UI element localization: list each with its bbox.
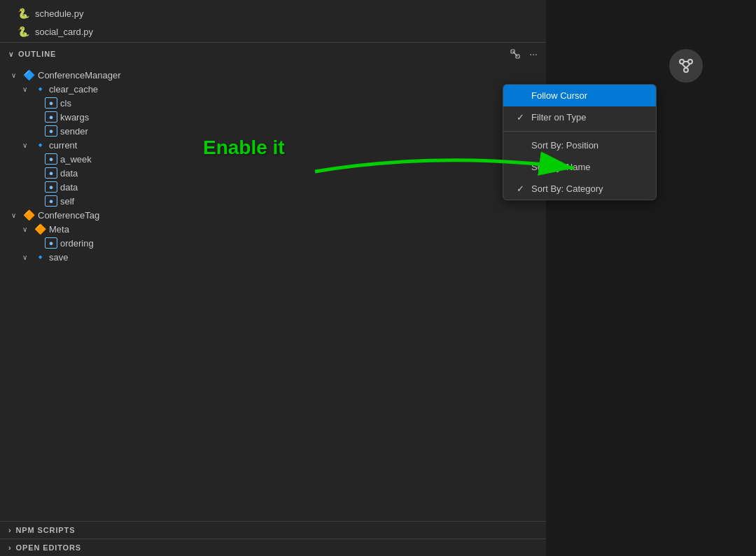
npm-scripts-label: NPM SCRIPTS — [16, 526, 76, 534]
tree-item-conference-manager[interactable]: ∨ 🔷 ConferenceManager — [0, 68, 546, 82]
outline-actions: ··· — [507, 47, 540, 61]
field-icon: ● — [45, 167, 57, 179]
menu-item-filter-on-type[interactable]: ✓ Filter on Type — [503, 106, 656, 128]
menu-item-follow-cursor[interactable]: Follow Cursor — [503, 85, 656, 106]
tree-item-current[interactable]: ∨ 🔹 current — [0, 138, 546, 152]
menu-label-filter-on-type: Filter on Type — [531, 112, 587, 123]
open-editors-label: OPEN EDITORS — [16, 543, 81, 552]
file-tabs: 🐍 schedule.py 🐍 social_card.py — [0, 0, 546, 42]
tree-label: clear_cache — [49, 84, 98, 95]
svg-line-9 — [686, 64, 690, 68]
class-icon: 🔶 — [34, 223, 46, 235]
tree-item-kwargs[interactable]: ● kwargs — [0, 110, 546, 124]
chevron-icon: ∨ — [22, 85, 31, 93]
chevron-icon: ∨ — [22, 225, 31, 233]
file-name-social-card: social_card.py — [35, 27, 93, 37]
field-icon: ● — [45, 125, 57, 137]
svg-point-6 — [684, 68, 688, 72]
more-actions-button[interactable]: ··· — [526, 47, 540, 61]
field-icon: ● — [45, 97, 57, 109]
tree-item-data-2[interactable]: ● data — [0, 180, 546, 194]
menu-item-sort-category[interactable]: ✓ Sort By: Category — [503, 178, 656, 200]
file-item-social-card[interactable]: 🐍 social_card.py — [11, 24, 546, 39]
tree-container[interactable]: ∨ 🔷 ConferenceManager ∨ 🔹 clear_cache ● … — [0, 65, 546, 521]
tree-label: Meta — [49, 224, 69, 235]
file-item-schedule[interactable]: 🐍 schedule.py — [11, 6, 546, 21]
menu-separator — [503, 131, 656, 132]
tree-label: current — [49, 140, 77, 151]
tree-item-sender[interactable]: ● sender — [0, 124, 546, 138]
field-icon: ● — [45, 237, 57, 249]
method-icon: 🔹 — [34, 251, 46, 263]
tree-label: save — [49, 252, 68, 263]
outline-title-group[interactable]: ∨ OUTLINE — [8, 50, 56, 58]
method-icon: 🔹 — [34, 83, 46, 95]
file-name-schedule: schedule.py — [35, 8, 83, 19]
menu-label-sort-name: Sort By: Name — [531, 162, 591, 172]
outline-header: ∨ OUTLINE ··· — [0, 42, 546, 65]
chevron-icon: ∨ — [22, 141, 31, 149]
svg-line-2 — [513, 52, 518, 57]
tree-label: ConferenceManager — [38, 70, 121, 81]
open-editors-section[interactable]: › OPEN EDITORS — [0, 538, 546, 556]
tree-label: sender — [60, 126, 88, 137]
menu-item-sort-name[interactable]: Sort By: Name — [503, 156, 656, 178]
tree-label: self — [60, 196, 74, 207]
class-icon: 🔷 — [22, 69, 35, 81]
tree-label: data — [60, 182, 78, 193]
field-icon: ● — [45, 195, 57, 207]
collapse-all-button[interactable] — [507, 47, 524, 61]
tree-item-conference-tag[interactable]: ∨ 🔶 ConferenceTag — [0, 208, 546, 222]
chevron-collapsed-icon-2: › — [8, 543, 12, 552]
svg-line-8 — [682, 64, 686, 68]
field-icon: ● — [45, 111, 57, 123]
tree-item-clear-cache[interactable]: ∨ 🔹 clear_cache — [0, 82, 546, 96]
menu-item-sort-position[interactable]: Sort By: Position — [503, 134, 656, 156]
tree-label: a_week — [60, 154, 92, 165]
tree-item-meta[interactable]: ∨ 🔶 Meta — [0, 222, 546, 236]
tree-item-a-week[interactable]: ● a_week — [0, 152, 546, 166]
svg-point-4 — [680, 60, 684, 64]
tree-item-save[interactable]: ∨ 🔹 save — [0, 250, 546, 264]
outline-title-label: OUTLINE — [18, 50, 56, 58]
tree-item-self[interactable]: ● self — [0, 194, 546, 208]
python-icon: 🐍 — [17, 7, 29, 20]
chevron-icon: ∨ — [11, 71, 20, 79]
chevron-icon: ∨ — [22, 253, 31, 261]
menu-label-follow-cursor: Follow Cursor — [531, 90, 587, 101]
tree-label: kwargs — [60, 112, 89, 123]
tree-item-ordering[interactable]: ● ordering — [0, 236, 546, 250]
tree-label: ConferenceTag — [38, 210, 99, 221]
method-icon: 🔹 — [34, 139, 46, 151]
tree-label: cls — [60, 98, 71, 109]
menu-label-sort-category: Sort By: Category — [531, 183, 603, 194]
check-icon-filter: ✓ — [514, 112, 526, 123]
tree-item-data-1[interactable]: ● data — [0, 166, 546, 180]
tree-item-cls[interactable]: ● cls — [0, 96, 546, 110]
sidebar: 🐍 schedule.py 🐍 social_card.py ∨ OUTLINE… — [0, 0, 546, 556]
source-control-button[interactable] — [669, 49, 703, 83]
class-icon: 🔶 — [22, 209, 35, 221]
context-menu: Follow Cursor ✓ Filter on Type Sort By: … — [503, 84, 657, 200]
chevron-collapsed-icon: › — [8, 526, 12, 534]
check-icon-sort-category: ✓ — [514, 183, 526, 194]
field-icon: ● — [45, 181, 57, 193]
tree-label: ordering — [60, 238, 94, 249]
python-icon-2: 🐍 — [17, 25, 29, 38]
svg-point-5 — [688, 60, 692, 64]
chevron-icon: ∨ — [11, 211, 20, 219]
outline-expand-icon: ∨ — [8, 50, 14, 58]
menu-label-sort-position: Sort By: Position — [531, 140, 598, 151]
tree-label: data — [60, 168, 78, 179]
field-icon: ● — [45, 153, 57, 165]
npm-scripts-section[interactable]: › NPM SCRIPTS — [0, 521, 546, 538]
